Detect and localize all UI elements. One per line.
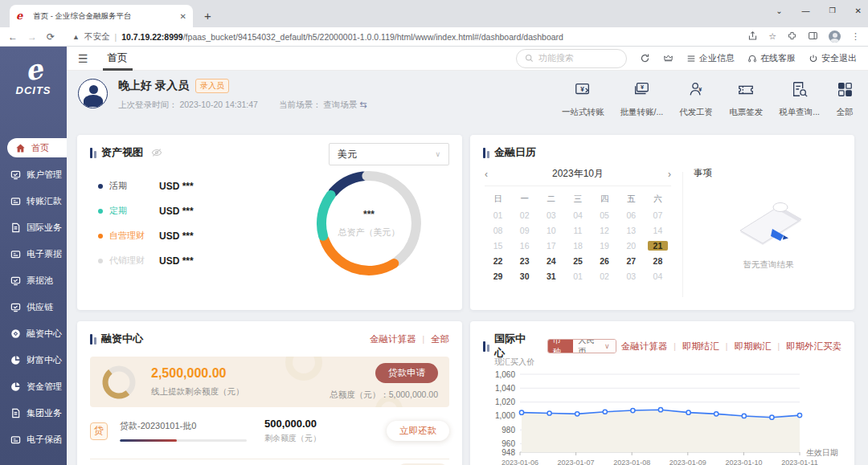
- calendar-day[interactable]: 11: [564, 226, 591, 235]
- window-chevron-icon[interactable]: ⌄: [776, 6, 782, 15]
- side-panel-icon[interactable]: [808, 31, 818, 43]
- financing-link-金融计算器[interactable]: 金融计算器: [370, 333, 416, 345]
- calendar-day[interactable]: 25: [564, 256, 591, 266]
- calendar-day[interactable]: 24: [538, 256, 564, 266]
- calendar-day[interactable]: 08: [485, 226, 511, 235]
- browser-tab[interactable]: e 首页 - 企业综合金融服务平台 ✕: [10, 5, 193, 27]
- calendar-day[interactable]: 03: [538, 210, 564, 220]
- eye-off-icon[interactable]: [151, 147, 162, 158]
- enterprise-info-link[interactable]: 企业信息: [686, 52, 735, 64]
- sidebar-item-资金管理[interactable]: 资金管理: [0, 377, 67, 396]
- calendar-day[interactable]: 02: [592, 271, 618, 281]
- calendar-day[interactable]: 29: [485, 271, 511, 281]
- sidebar-item-集团业务[interactable]: 集团业务: [0, 403, 67, 422]
- quick-action-代发工资[interactable]: ¥代发工资: [679, 80, 713, 118]
- calendar-day[interactable]: 01: [485, 210, 511, 220]
- browser-profile-avatar[interactable]: [829, 31, 841, 43]
- calendar-day[interactable]: 14: [645, 226, 671, 235]
- calendar-day[interactable]: 27: [618, 256, 645, 266]
- calendar-day[interactable]: 02: [511, 210, 538, 220]
- weekday-header: 三: [564, 194, 591, 205]
- quick-action-全部[interactable]: 全部: [836, 80, 854, 118]
- repay-now-button[interactable]: 立即还款: [387, 421, 449, 441]
- collapse-menu-icon[interactable]: ☰: [78, 52, 88, 65]
- tax-query-icon: [791, 80, 809, 101]
- sidebar-item-财富中心[interactable]: 财富中心: [0, 350, 67, 369]
- sidebar-item-融资中心[interactable]: 融资中心: [0, 324, 67, 343]
- calendar-day[interactable]: 05: [592, 210, 618, 220]
- calendar-day[interactable]: 30: [511, 271, 538, 281]
- new-tab-button[interactable]: +: [204, 9, 211, 22]
- quick-action-电票签发[interactable]: 电票签发: [729, 80, 763, 118]
- switch-scene-icon[interactable]: ⇆: [359, 100, 366, 109]
- sidebar-item-票据池[interactable]: 票据池: [0, 271, 67, 290]
- back-icon[interactable]: ←: [8, 31, 18, 43]
- calendar-day[interactable]: 20: [618, 241, 645, 251]
- calendar-day[interactable]: 18: [564, 241, 591, 251]
- calendar-day[interactable]: 19: [592, 241, 618, 251]
- online-service-link[interactable]: 在线客服: [747, 52, 796, 64]
- quick-action-批量转账/...[interactable]: ¥批量转账/...: [620, 80, 664, 118]
- share-icon[interactable]: [747, 31, 758, 43]
- sidebar-item-转账汇款[interactable]: 转账汇款: [0, 191, 67, 210]
- calendar-day[interactable]: 16: [511, 241, 538, 251]
- currency-type-dropdown[interactable]: 人民币∨: [573, 340, 616, 353]
- forward-icon[interactable]: →: [27, 31, 37, 43]
- intl-link-金融计算器[interactable]: 金融计算器: [621, 341, 668, 353]
- next-month-icon[interactable]: ›: [655, 169, 671, 180]
- calendar-day[interactable]: 13: [618, 226, 645, 235]
- safe-exit-link[interactable]: 安全退出: [809, 52, 857, 64]
- quick-action-税单查询...[interactable]: 税单查询...: [779, 80, 820, 118]
- calendar-day[interactable]: 09: [511, 226, 538, 235]
- calendar-day[interactable]: 03: [618, 271, 645, 281]
- function-search-input[interactable]: 功能搜索: [516, 49, 627, 68]
- refresh-icon[interactable]: [640, 53, 650, 63]
- sidebar-item-供应链[interactable]: 供应链: [0, 297, 67, 316]
- legend-value: USD ***: [159, 255, 194, 267]
- page-tab-home[interactable]: 首页: [106, 47, 129, 71]
- calendar-day[interactable]: 07: [645, 210, 671, 220]
- window-close-icon[interactable]: ✕: [855, 6, 862, 15]
- legend-label: 定期: [109, 205, 159, 217]
- calendar-day[interactable]: 15: [485, 241, 511, 251]
- calendar-day[interactable]: 10: [538, 226, 564, 235]
- sidebar-item-电子保函[interactable]: 电子保函: [0, 430, 67, 449]
- sidebar-item-国际业务[interactable]: 国际业务: [0, 218, 67, 237]
- intl-link-即期结汇[interactable]: 即期结汇: [682, 341, 719, 353]
- chart-x-title: 生效日期: [806, 448, 838, 457]
- calendar-day[interactable]: 12: [592, 226, 618, 235]
- calendar-day[interactable]: 04: [564, 210, 591, 220]
- calendar-day[interactable]: 01: [564, 271, 591, 281]
- group-icon: [10, 408, 21, 418]
- prev-month-icon[interactable]: ‹: [485, 169, 501, 180]
- window-minimize-icon[interactable]: —: [802, 6, 810, 15]
- sidebar-item-首页[interactable]: 首页: [7, 138, 67, 157]
- intl-link-即期购汇[interactable]: 即期购汇: [734, 341, 771, 353]
- calendar-day[interactable]: 23: [511, 256, 538, 266]
- window-maximize-icon[interactable]: ❒: [829, 6, 836, 14]
- sidebar-item-电子票据[interactable]: 电子票据: [0, 244, 67, 263]
- not-secure-icon: ▲: [72, 33, 80, 41]
- extensions-puzzle-icon[interactable]: [787, 31, 797, 43]
- user-avatar[interactable]: [78, 79, 108, 108]
- calendar-day[interactable]: 06: [618, 210, 645, 220]
- intl-link-即期外汇买卖[interactable]: 即期外汇买卖: [786, 341, 841, 353]
- calendar-day[interactable]: 04: [645, 271, 671, 281]
- calendar-day-selected[interactable]: 21: [648, 241, 668, 251]
- calendar-day[interactable]: 17: [538, 241, 564, 251]
- rewards-crown-icon[interactable]: [663, 53, 674, 63]
- calendar-day[interactable]: 31: [538, 271, 564, 281]
- sidebar-item-账户管理[interactable]: 账户管理: [0, 165, 67, 184]
- calendar-day[interactable]: 26: [592, 256, 618, 266]
- quick-action-一站式转账[interactable]: ¥一站式转账: [562, 80, 604, 118]
- bookmark-star-icon[interactable]: ☆: [768, 31, 776, 42]
- tab-close-icon[interactable]: ✕: [180, 12, 186, 21]
- browser-menu-icon[interactable]: ⋮: [851, 31, 860, 42]
- calendar-day[interactable]: 28: [645, 256, 671, 266]
- loan-apply-button[interactable]: 贷款申请: [375, 363, 438, 383]
- financing-link-全部[interactable]: 全部: [431, 333, 449, 345]
- url-input[interactable]: ▲ 不安全 | 10.7.19.22:8999/fpaas_bucket/941…: [64, 30, 738, 44]
- reload-icon[interactable]: ⟳: [47, 31, 55, 43]
- url-separator: |: [114, 32, 117, 42]
- calendar-day[interactable]: 22: [485, 256, 511, 266]
